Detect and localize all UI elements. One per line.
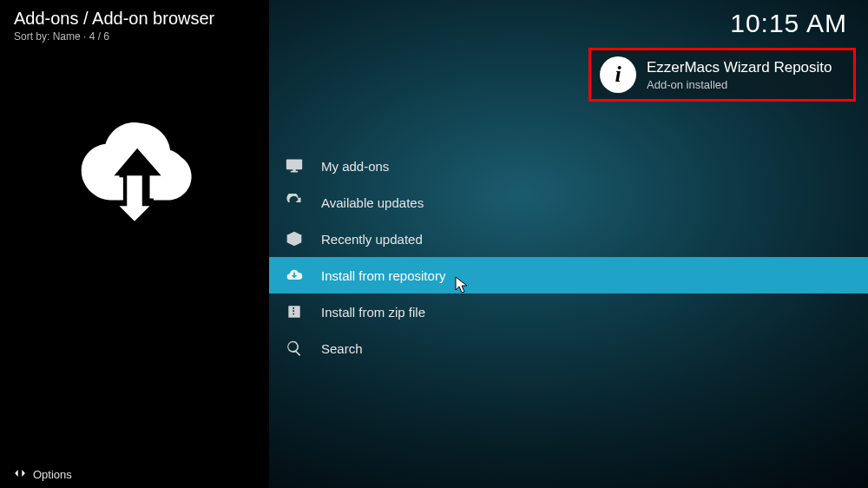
menu-item-label: Install from repository [321, 268, 868, 283]
menu-item-label: Search [321, 341, 868, 356]
menu-item-search[interactable]: Search [269, 330, 868, 366]
cloud-download-large-icon [69, 103, 200, 228]
breadcrumb-title: Add-ons / Add-on browser [14, 9, 255, 29]
sidebar: Add-ons / Add-on browser Sort by: Name ·… [0, 0, 269, 488]
zip-box-icon [285, 302, 304, 321]
options-arrows-icon [14, 467, 26, 482]
clock: 10:15 AM [730, 9, 847, 38]
menu-item-label: Available updates [321, 195, 868, 210]
notification-title: EzzerMacs Wizard Reposito [647, 59, 832, 76]
menu-item-label: Recently updated [321, 232, 868, 247]
menu-item-label: Install from zip file [321, 305, 868, 320]
box-open-icon [285, 229, 304, 248]
menu-item-recently-updated[interactable]: Recently updated [269, 221, 868, 257]
breadcrumb: Add-ons / Add-on browser Sort by: Name ·… [0, 0, 269, 43]
options-button[interactable]: Options [0, 460, 269, 488]
notification-text: EzzerMacs Wizard Reposito Add-on install… [647, 59, 832, 91]
menu-item-my-addons[interactable]: My add-ons [269, 148, 868, 184]
menu-item-label: My add-ons [321, 159, 868, 174]
breadcrumb-subline: Sort by: Name · 4 / 6 [14, 30, 255, 43]
notification-subtitle: Add-on installed [647, 78, 832, 91]
addon-menu: My add-ons Available updates Recently up… [269, 148, 868, 366]
sidebar-large-icon-wrap [0, 43, 269, 460]
menu-item-install-from-zip[interactable]: Install from zip file [269, 293, 868, 330]
menu-item-install-from-repository[interactable]: Install from repository [269, 257, 868, 293]
notification-toast: i EzzerMacs Wizard Reposito Add-on insta… [589, 48, 856, 102]
options-label: Options [33, 468, 72, 481]
monitor-icon [285, 156, 304, 175]
menu-item-available-updates[interactable]: Available updates [269, 184, 868, 221]
cloud-download-icon [285, 266, 304, 285]
search-icon [285, 339, 304, 358]
info-icon: i [600, 56, 636, 93]
refresh-icon [285, 193, 304, 212]
